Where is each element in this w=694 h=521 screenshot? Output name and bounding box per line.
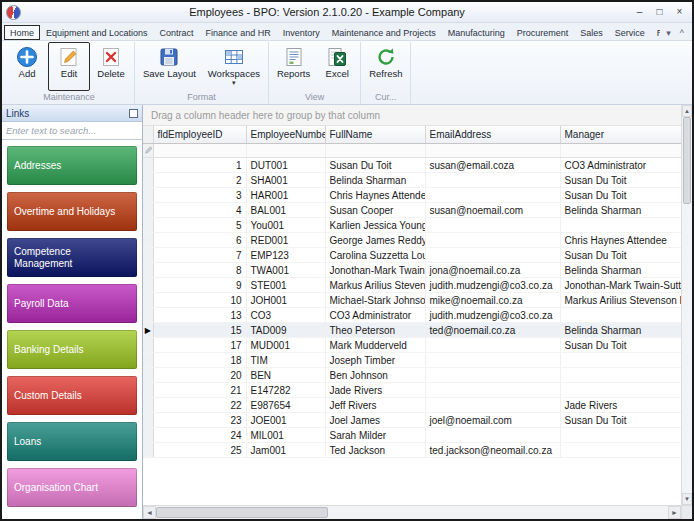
save-layout-button[interactable]: Save Layout	[137, 42, 202, 91]
cell-number[interactable]: MIL001	[246, 428, 325, 443]
filter-cell-fullname[interactable]	[325, 144, 425, 158]
column-header-fldemployeeid[interactable]: fldEmployeeID	[153, 126, 246, 144]
cell-id[interactable]: 7	[153, 248, 246, 263]
table-row[interactable]: 2SHA001Belinda SharmanSusan Du Toit	[143, 173, 681, 188]
cell-email[interactable]	[425, 428, 560, 443]
table-row[interactable]: 7EMP123Carolina Suzzetta Lourens...Susan…	[143, 248, 681, 263]
cell-number[interactable]: You001	[246, 218, 325, 233]
reports-button[interactable]: Reports	[271, 42, 316, 91]
filter-cell-manager[interactable]	[560, 144, 681, 158]
cell-email[interactable]	[425, 173, 560, 188]
cell-name[interactable]: Ben Johnson	[325, 368, 425, 383]
minimize-button[interactable]: –	[633, 5, 646, 19]
workspaces-button[interactable]: Workspaces▾	[202, 42, 266, 91]
cell-email[interactable]: mike@noemail.co.za	[425, 293, 560, 308]
cell-email[interactable]: susan@noemail.com	[425, 203, 560, 218]
sidebar-item-addresses[interactable]: Addresses	[7, 146, 137, 185]
cell-number[interactable]: TWA001	[246, 263, 325, 278]
cell-name[interactable]: Belinda Sharman	[325, 173, 425, 188]
cell-number[interactable]: E987654	[246, 398, 325, 413]
cell-email[interactable]: susan@email.coza	[425, 158, 560, 173]
cell-email[interactable]	[425, 233, 560, 248]
cell-name[interactable]: Theo Peterson	[325, 323, 425, 338]
add-button[interactable]: Add	[6, 42, 48, 91]
edit-button[interactable]: Edit	[48, 42, 90, 91]
cell-name[interactable]: Sarah Milder	[325, 428, 425, 443]
cell-name[interactable]: Michael-Stark Johnson St...	[325, 293, 425, 308]
cell-name[interactable]: Joel James	[325, 413, 425, 428]
cell-name[interactable]: Susan Du Toit	[325, 158, 425, 173]
vertical-scroll-thumb[interactable]	[683, 117, 691, 204]
cell-id[interactable]: 4	[153, 203, 246, 218]
cell-number[interactable]: TIM	[246, 353, 325, 368]
cell-id[interactable]: 17	[153, 338, 246, 353]
tab-maintenance-and-projects[interactable]: Maintenance and Projects	[326, 25, 442, 40]
cell-email[interactable]: ted@noemail.co.za	[425, 323, 560, 338]
sidebar-item-organisation-chart[interactable]: Organisation Chart	[7, 468, 137, 507]
cell-name[interactable]: CO3 Administrator	[325, 308, 425, 323]
table-row[interactable]: 23JOE001Joel Jamesjoel@noemail.comSusan …	[143, 413, 681, 428]
cell-name[interactable]: Ted Jackson	[325, 443, 425, 458]
cell-manager[interactable]	[560, 218, 681, 233]
scroll-up-icon[interactable]: ▲	[682, 105, 692, 117]
cell-number[interactable]: SHA001	[246, 173, 325, 188]
cell-manager[interactable]	[560, 383, 681, 398]
table-row[interactable]: 17MUD001Mark MudderveldSusan Du Toit	[143, 338, 681, 353]
scroll-down-icon[interactable]: ▼	[682, 493, 692, 505]
cell-email[interactable]: jona@noemail.co.za	[425, 263, 560, 278]
table-row[interactable]: 1DUT001Susan Du Toitsusan@email.cozaCO3 …	[143, 158, 681, 173]
sidebar-item-payroll-data[interactable]: Payroll Data	[7, 284, 137, 323]
cell-name[interactable]: Karlien Jessica Young Dun...	[325, 218, 425, 233]
cell-manager[interactable]	[560, 308, 681, 323]
cell-name[interactable]: Mark Mudderveld	[325, 338, 425, 353]
tab-sales[interactable]: Sales	[574, 25, 609, 40]
cell-id[interactable]: 24	[153, 428, 246, 443]
tab-equipment-and-locations[interactable]: Equipment and Locations	[40, 25, 154, 40]
cell-name[interactable]: Markus Arilius Stevenson ...	[325, 278, 425, 293]
cell-email[interactable]	[425, 383, 560, 398]
cell-id[interactable]: 2	[153, 173, 246, 188]
cell-id[interactable]: 8	[153, 263, 246, 278]
cell-number[interactable]: E147282	[246, 383, 325, 398]
table-row[interactable]: 18TIMJoseph Timber	[143, 353, 681, 368]
table-row[interactable]: 20BENBen Johnson	[143, 368, 681, 383]
close-button[interactable]: ×	[673, 5, 686, 19]
cell-email[interactable]	[425, 368, 560, 383]
table-row[interactable]: 5You001Karlien Jessica Young Dun...	[143, 218, 681, 233]
cell-number[interactable]: JOH001	[246, 293, 325, 308]
cell-number[interactable]: TAD009	[246, 323, 325, 338]
cell-manager[interactable]	[560, 428, 681, 443]
table-row[interactable]: 24MIL001Sarah Milder	[143, 428, 681, 443]
table-row[interactable]: 22E987654Jeff RiversJade Rivers	[143, 398, 681, 413]
cell-number[interactable]: Jam001	[246, 443, 325, 458]
sidebar-item-custom-details[interactable]: Custom Details	[7, 376, 137, 415]
horizontal-scroll-track[interactable]	[156, 506, 668, 519]
cell-manager[interactable]: Belinda Sharman	[560, 323, 681, 338]
sidebar-item-competence-management[interactable]: Competence Management	[7, 238, 137, 277]
table-row[interactable]: ▶15TAD009Theo Petersonted@noemail.co.zaB…	[143, 323, 681, 338]
cell-manager[interactable]: CO3 Administrator	[560, 158, 681, 173]
cell-number[interactable]: JOE001	[246, 413, 325, 428]
cell-number[interactable]: RED001	[246, 233, 325, 248]
table-row[interactable]: 25Jam001Ted Jacksonted.jackson@neomail.c…	[143, 443, 681, 458]
column-header-emailaddress[interactable]: EmailAddress	[425, 126, 560, 144]
cell-manager[interactable]: Belinda Sharman	[560, 263, 681, 278]
maximize-button[interactable]: □	[653, 5, 666, 19]
sidebar-item-banking-details[interactable]: Banking Details	[7, 330, 137, 369]
tab-finance-and-hr[interactable]: Finance and HR	[200, 25, 277, 40]
ribbon-options-icon[interactable]: ▾	[666, 28, 671, 38]
cell-manager[interactable]: Susan Du Toit	[560, 173, 681, 188]
pin-icon[interactable]	[129, 109, 138, 118]
cell-name[interactable]: Susan Cooper	[325, 203, 425, 218]
vertical-scroll-track[interactable]	[682, 117, 692, 493]
table-row[interactable]: 6RED001George James Reddy Jef...Chris Ha…	[143, 233, 681, 248]
cell-email[interactable]	[425, 248, 560, 263]
cell-name[interactable]: Carolina Suzzetta Lourens...	[325, 248, 425, 263]
cell-name[interactable]: Chris Haynes Attendee	[325, 188, 425, 203]
column-header-employeenumber[interactable]: EmployeeNumber	[246, 126, 325, 144]
cell-name[interactable]: Joseph Timber	[325, 353, 425, 368]
cell-email[interactable]: ted.jackson@neomail.co.za	[425, 443, 560, 458]
table-row[interactable]: 10JOH001Michael-Stark Johnson St...mike@…	[143, 293, 681, 308]
cell-manager[interactable]	[560, 353, 681, 368]
cell-email[interactable]: judith.mudzengi@co3.co.za	[425, 278, 560, 293]
